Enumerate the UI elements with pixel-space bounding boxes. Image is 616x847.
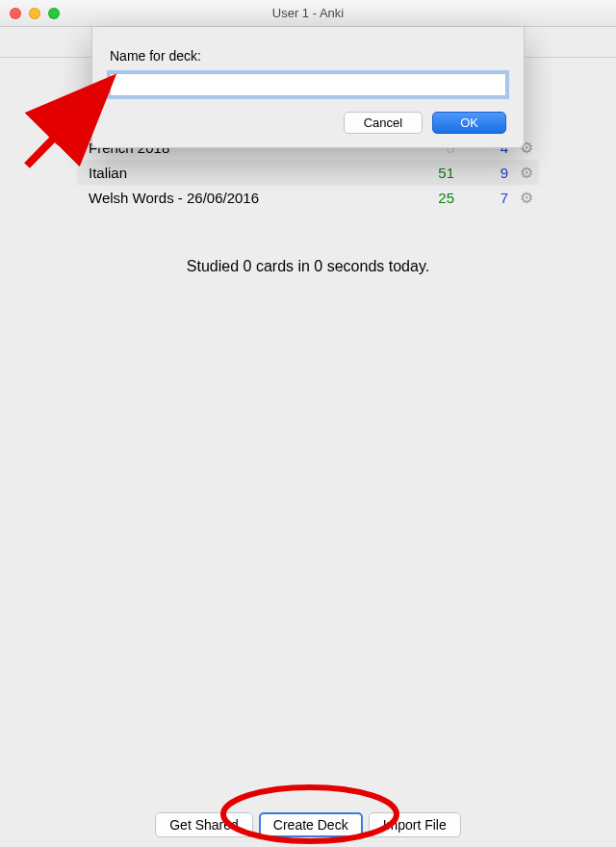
window-controls: [10, 8, 60, 19]
deck-name[interactable]: Welsh Words - 26/06/2016: [89, 190, 400, 206]
bottom-bar: Get Shared Create Deck Import File: [0, 812, 616, 837]
deck-new-count: 9: [454, 165, 508, 181]
studied-summary: Studied 0 cards in 0 seconds today.: [0, 258, 616, 275]
import-file-button[interactable]: Import File: [369, 812, 461, 837]
titlebar: User 1 - Anki: [0, 0, 616, 27]
ok-button[interactable]: OK: [432, 112, 506, 134]
deck-new-count: 7: [454, 190, 508, 206]
window-title: User 1 - Anki: [272, 6, 344, 20]
maximize-icon[interactable]: [48, 8, 60, 19]
name-deck-dialog: Name for deck: Cancel OK: [91, 27, 525, 148]
deck-name[interactable]: Italian: [89, 165, 400, 181]
close-icon[interactable]: [10, 8, 21, 19]
deck-name-input[interactable]: [110, 73, 506, 96]
gear-icon[interactable]: ⚙: [508, 189, 533, 207]
deck-due-count: 25: [400, 190, 454, 206]
get-shared-button[interactable]: Get Shared: [155, 812, 253, 837]
cancel-button[interactable]: Cancel: [344, 112, 423, 134]
deck-row[interactable]: Welsh Words - 26/06/2016257⚙: [77, 185, 539, 210]
minimize-icon[interactable]: [29, 8, 40, 19]
deck-row[interactable]: Italian519⚙: [77, 160, 539, 185]
deck-due-count: 51: [400, 165, 454, 181]
dialog-label: Name for deck:: [110, 48, 506, 64]
dialog-buttons: Cancel OK: [110, 112, 506, 134]
gear-icon[interactable]: ⚙: [508, 164, 533, 182]
create-deck-button[interactable]: Create Deck: [259, 812, 363, 837]
